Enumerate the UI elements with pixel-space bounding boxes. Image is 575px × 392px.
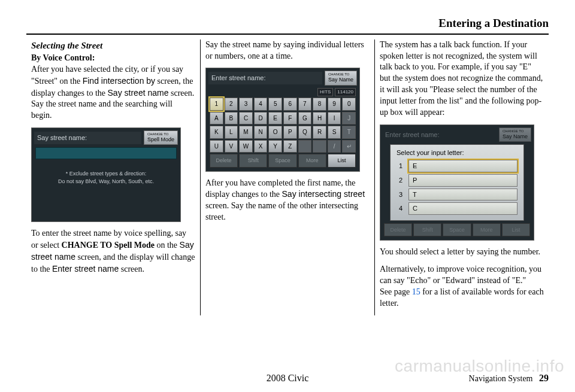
hits-label: HITS — [317, 88, 333, 97]
key-l[interactable]: L — [225, 126, 238, 139]
option-value: P — [408, 174, 518, 187]
key-2[interactable]: 2 — [225, 98, 238, 111]
key-4[interactable]: 4 — [254, 98, 268, 111]
ui-term: Enter street name — [52, 264, 119, 274]
key-p[interactable]: P — [283, 126, 297, 139]
popup-option-4[interactable]: 4 C — [397, 202, 518, 215]
key-g[interactable]: G — [298, 112, 312, 125]
key-c[interactable]: C — [239, 112, 253, 125]
key-y[interactable]: Y — [268, 140, 282, 153]
key-1[interactable]: 1 — [210, 98, 223, 111]
key-6[interactable]: 6 — [283, 98, 297, 111]
key-n[interactable]: N — [254, 126, 268, 139]
key-slash[interactable]: / — [328, 140, 341, 153]
page-link[interactable]: 15 — [412, 287, 420, 296]
popup-option-1[interactable]: 1 E — [397, 160, 518, 172]
ui-term: Say intersecting street — [282, 189, 365, 199]
text: on the — [155, 241, 180, 250]
paragraph: To enter the street name by voice spelli… — [31, 228, 195, 275]
column-3: The system has a talk back function. If … — [375, 39, 549, 315]
key-i[interactable]: I — [328, 112, 341, 125]
footer-label: Navigation System — [469, 374, 533, 383]
space-key[interactable]: Space — [268, 154, 296, 167]
key-enter[interactable]: ↵ — [342, 140, 356, 153]
hits-row: HITS 114120 — [210, 88, 356, 97]
paragraph: Say the street name by saying individual… — [205, 39, 370, 62]
key-u[interactable]: U — [210, 140, 223, 153]
button-label: Say Name — [328, 77, 353, 83]
button-label: Spell Mode — [147, 136, 174, 142]
figure-enter-street-name: Enter street name: CHANGE TO Say Name HI… — [205, 68, 360, 171]
page-header: Entering a Destination — [26, 16, 549, 35]
page-title: Entering a Destination — [438, 17, 549, 29]
button-small: CHANGE TO — [503, 129, 528, 133]
key-b[interactable]: B — [225, 112, 238, 125]
key-m[interactable]: M — [239, 126, 253, 139]
shift-key[interactable]: Shift — [239, 154, 267, 167]
option-value: C — [408, 202, 518, 215]
key-r[interactable]: R — [313, 126, 326, 139]
hits-value: 114120 — [335, 88, 356, 97]
list-key[interactable]: List — [328, 154, 356, 167]
key-s[interactable]: S — [328, 126, 341, 139]
figure-header: Enter street name: CHANGE TO Say Name — [383, 127, 531, 142]
option-number: 3 — [397, 190, 402, 199]
popup-option-2[interactable]: 2 P — [397, 174, 518, 187]
keyboard-row-4: U V W X Y Z / ↵ — [210, 140, 356, 153]
keyboard-row-1: 1 2 3 4 5 6 7 8 9 0 — [210, 98, 356, 111]
key-x[interactable]: X — [254, 140, 268, 153]
key-z[interactable]: Z — [283, 140, 297, 153]
key-k[interactable]: K — [210, 126, 223, 139]
key-blank — [298, 140, 312, 153]
key-f[interactable]: F — [283, 112, 297, 125]
text: screen. Say the name of the other inters… — [205, 201, 358, 221]
key-w[interactable]: W — [239, 140, 253, 153]
footer-center: 2008 Civic — [267, 372, 309, 385]
keyboard-row-3: K L M N O P Q R S T — [210, 126, 356, 139]
option-value: T — [408, 189, 518, 201]
shift-key-dim: Shift — [413, 223, 441, 236]
key-blank — [313, 140, 326, 153]
option-number: 4 — [397, 204, 402, 213]
paragraph: After you have completed the first name,… — [205, 178, 370, 224]
key-o[interactable]: O — [268, 126, 282, 139]
note-line: Do not say Blvd, Way, North, South, etc. — [58, 178, 154, 184]
text: See page — [380, 287, 412, 296]
say-name-button-dim: CHANGE TO Say Name — [499, 127, 531, 142]
popup-option-3[interactable]: 3 T — [397, 189, 518, 201]
key-0[interactable]: 0 — [342, 98, 356, 111]
delete-key-dim: Delete — [384, 223, 412, 236]
button-small: CHANGE TO — [147, 132, 174, 136]
key-h[interactable]: H — [313, 112, 326, 125]
figure-select-input-letter: Enter street name: CHANGE TO Say Name Se… — [380, 124, 534, 241]
key-8[interactable]: 8 — [313, 98, 326, 111]
key-e[interactable]: E — [268, 112, 282, 125]
figure-note: * Exclude street types & direction: Do n… — [34, 170, 178, 185]
figure-say-street-name: Say street name: CHANGE TO Spell Mode * … — [31, 127, 181, 222]
more-key-dim: More — [473, 223, 501, 236]
paragraph: By Voice Control: After you have selecte… — [31, 53, 195, 121]
button-label: Say Name — [503, 133, 528, 139]
street-name-input[interactable] — [35, 147, 177, 159]
key-5[interactable]: 5 — [268, 98, 282, 111]
key-t[interactable]: T — [342, 126, 356, 139]
paragraph: Alternatively, to improve voice recognit… — [380, 264, 544, 309]
say-name-button[interactable]: CHANGE TO Say Name — [325, 71, 357, 85]
delete-key[interactable]: Delete — [210, 154, 238, 167]
spell-mode-button[interactable]: CHANGE TO Spell Mode — [144, 130, 178, 145]
key-7[interactable]: 7 — [298, 98, 312, 111]
popup-title: Select your input letter: — [397, 148, 518, 157]
key-q[interactable]: Q — [298, 126, 312, 139]
key-9[interactable]: 9 — [328, 98, 341, 111]
byline: By Voice Control: — [31, 53, 95, 62]
keyboard-fn-row-dim: Delete Shift Space More List — [384, 223, 530, 236]
key-v[interactable]: V — [225, 140, 238, 153]
key-a[interactable]: A — [210, 112, 223, 125]
key-3[interactable]: 3 — [239, 98, 253, 111]
column-1: Selecting the Street By Voice Control: A… — [26, 39, 201, 315]
key-j[interactable]: J — [342, 112, 356, 125]
more-key[interactable]: More — [298, 154, 326, 167]
key-d[interactable]: D — [254, 112, 268, 125]
space-key-dim: Space — [443, 223, 471, 236]
text: Alternatively, to improve voice recognit… — [380, 265, 541, 285]
